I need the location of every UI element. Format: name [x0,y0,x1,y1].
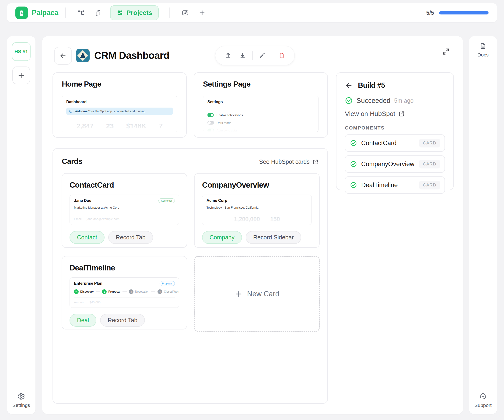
company-overview-tile[interactable]: CompanyOverview Acme Corp Technology · S… [194,173,320,248]
location-chip: Record Tab [108,231,153,244]
stage-label: Closed Won [164,290,179,293]
projects-button[interactable]: Projects [110,5,159,20]
toggle-label: Dark mode [216,121,231,125]
see-hubspot-cards-link[interactable]: See HubSpot cards [259,158,318,165]
screenshots-icon[interactable] [179,6,192,19]
divider [74,297,175,298]
project-logo-icon [76,49,90,62]
stage-pending: 3 Negotiation [129,289,149,294]
build-status-label: Succeeded [357,97,390,105]
stage-label: Discovery [80,290,94,293]
info-icon [69,109,72,113]
chips: Deal Record Tab [70,314,179,327]
settings-page-preview: Settings Enable notifications Dark mode … [203,96,318,132]
check-icon [74,289,79,294]
success-check-icon [345,96,353,105]
divider [207,109,314,109]
company-stats: 1,200,000 150 [206,216,307,223]
record-subtitle: Technology · San Francisco, California [206,206,307,209]
back-button[interactable] [54,47,72,65]
stat-value: 7 [159,122,163,130]
cards-section: Cards See HubSpot cards ContactCard Jane… [53,148,328,404]
routes-icon[interactable] [91,6,105,19]
stat-value: 2,847 [77,122,94,130]
view-on-hubspot-link[interactable]: View on HubSpot [345,110,445,118]
expand-icon[interactable] [439,45,452,58]
component-row-dealtimeline[interactable]: DealTimeline CARD [345,176,445,194]
new-card-button[interactable]: New Card [194,256,320,332]
build-back-button[interactable] [345,81,353,89]
new-tab-icon[interactable] [196,6,209,19]
edit-button[interactable] [255,48,270,63]
build-time: 5m ago [394,97,414,104]
settings-label: Settings [12,402,30,408]
workflow-icon[interactable] [75,6,88,19]
components-header: COMPONENTS [345,125,445,131]
toggle-off [207,121,214,125]
stage-connector [122,291,127,292]
delete-button[interactable] [274,48,289,63]
check-circle-icon [350,161,357,168]
credits-progress-bar [439,11,489,14]
company-overview-title: CompanyOverview [202,180,312,189]
contact-card-tile[interactable]: ContactCard Jane Doe Customer Marketing … [62,173,187,248]
preview-settings-title: Settings [207,100,314,104]
see-hubspot-cards-label: See HubSpot cards [259,158,310,165]
divider [169,7,170,18]
email-value: jane.doe@example.com [87,217,120,221]
toggle-on [207,113,214,117]
customer-badge: Customer [158,198,175,203]
deal-timeline-preview: Enterprise Plan Proposal Discovery 2 [70,277,179,308]
workspace-button[interactable]: HS #1 [12,42,30,61]
palpaca-logo-icon [15,6,28,19]
app-root: Palpaca [0,0,504,420]
component-type-badge: CARD [419,160,440,168]
view-on-hubspot-label: View on HubSpot [345,110,395,118]
object-chip: Deal [70,314,96,327]
amount-value: $45,000 [90,300,101,304]
document-icon [479,42,487,50]
stat-value: 23 [106,122,114,130]
alert-text: Welcome Your HubSpot app is connected an… [75,110,146,113]
add-workspace-button[interactable] [12,66,30,84]
welcome-alert: Welcome Your HubSpot app is connected an… [66,108,173,115]
divider [272,51,272,60]
build-header: Build #5 [345,81,445,90]
settings-button[interactable]: Settings [12,393,30,408]
stage-label: Negotiation [135,290,149,293]
stage-label: Proposal [108,290,120,293]
settings-page-card[interactable]: Settings Page Settings Enable notificati… [194,72,328,138]
build-title: Build #5 [358,81,385,90]
contact-card-title: ContactCard [70,180,179,189]
stage-number: 3 [129,289,133,294]
chips: Company Record Sidebar [202,231,312,244]
proposal-badge: Proposal [160,281,175,286]
location-chip: Record Sidebar [246,231,301,244]
divider [252,51,253,60]
home-page-card[interactable]: Home Page Dashboard Welcome Your HubSpot… [53,72,187,138]
pencil-icon [259,52,266,59]
location-chip: Record Tab [100,314,145,327]
component-type-badge: CARD [419,139,440,147]
amount-label: Amount [74,300,84,304]
new-card-label: New Card [247,290,279,298]
stage-connector [151,291,156,292]
projects-label: Projects [126,9,152,17]
download-button[interactable] [235,48,250,63]
docs-button[interactable]: Docs [477,42,489,58]
build-panel: Build #5 Succeeded 5m ago View on HubSpo… [336,72,454,190]
component-row-contactcard[interactable]: ContactCard CARD [345,134,445,152]
stat-value: $148K [126,122,146,130]
external-link-icon [398,111,405,117]
home-stats: 2,847 23 $148K 7 [66,122,173,130]
record-subtitle: Marketing Manager at Acme Corp [74,206,175,209]
support-button[interactable]: Support [474,392,492,408]
object-chip: Company [202,231,242,244]
deal-timeline-tile[interactable]: DealTimeline Enterprise Plan Proposal Di… [62,256,187,330]
component-row-companyoverview[interactable]: CompanyOverview CARD [345,156,445,173]
headset-icon [479,392,487,400]
credits-progress-fill [439,11,489,14]
stat-value: 150 [270,216,280,223]
publish-button[interactable] [221,48,235,63]
component-name: CompanyOverview [361,161,414,168]
